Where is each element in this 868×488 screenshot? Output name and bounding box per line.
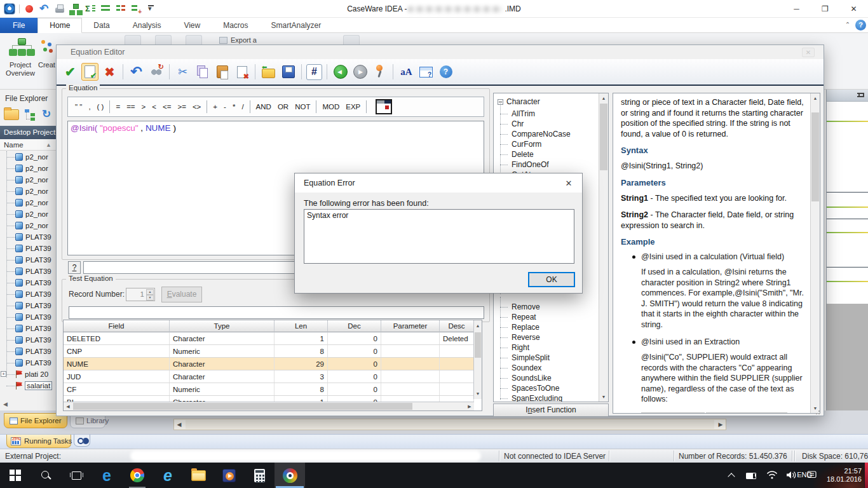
scroll-left-icon[interactable]: ◀ bbox=[64, 402, 72, 410]
tree-item[interactable]: PLAT39 bbox=[0, 231, 60, 243]
operator-button[interactable]: <> bbox=[189, 100, 204, 114]
export-item[interactable]: Export a bbox=[219, 36, 257, 44]
scroll-up-icon[interactable]: ▲ bbox=[599, 93, 608, 103]
scroll-right-icon[interactable]: ▶ bbox=[715, 421, 726, 428]
cancel-icon[interactable] bbox=[101, 63, 118, 81]
forward-icon[interactable] bbox=[351, 63, 369, 81]
minimize-button[interactable]: ─ bbox=[782, 0, 811, 18]
taskbar-idea-button[interactable] bbox=[275, 463, 305, 488]
vertical-scrollbar[interactable]: ▲ ▼ bbox=[599, 93, 608, 402]
battery-icon[interactable] bbox=[746, 471, 757, 480]
tree-item[interactable]: p2_nor bbox=[0, 197, 60, 208]
tree-item[interactable]: PLAT39 bbox=[0, 300, 60, 311]
help-icon[interactable] bbox=[437, 63, 454, 81]
tree-item[interactable]: PLAT39 bbox=[0, 346, 60, 357]
tree-view-icon[interactable] bbox=[24, 109, 37, 120]
tab-data[interactable]: Data bbox=[82, 18, 121, 33]
tab-macros[interactable]: Macros bbox=[212, 18, 259, 33]
create-icon[interactable] bbox=[39, 38, 56, 57]
operator-button[interactable]: <= bbox=[159, 100, 174, 114]
ok-button[interactable]: OK bbox=[528, 272, 575, 287]
tree-item[interactable]: PLAT39 bbox=[0, 277, 60, 288]
scrollbar-thumb[interactable] bbox=[811, 112, 819, 201]
tree-item-spanexcluding[interactable]: SpanExcluding bbox=[494, 393, 595, 402]
tree-item[interactable]: p2_nor bbox=[0, 220, 60, 231]
chevron-up-icon[interactable] bbox=[726, 471, 737, 480]
scrollbar-thumb[interactable] bbox=[73, 403, 412, 410]
clock[interactable]: 21:57 18.01.2016 bbox=[817, 467, 862, 484]
scroll-up-icon[interactable]: ▲ bbox=[474, 320, 482, 332]
horizontal-scrollbar[interactable]: ◀ ▶ bbox=[173, 419, 726, 430]
tree-item[interactable]: p2_nor bbox=[0, 174, 60, 186]
tree-item[interactable]: PLAT39 bbox=[0, 243, 60, 254]
tree-item-alltrim[interactable]: AllTrim bbox=[494, 109, 595, 119]
vertical-scrollbar[interactable]: ▲ ▼ bbox=[810, 93, 820, 413]
operator-button[interactable]: MOD bbox=[319, 100, 342, 114]
tree-item[interactable]: PLAT39 bbox=[0, 357, 60, 369]
replace-icon[interactable] bbox=[147, 63, 165, 81]
language-indicator[interactable]: ENG bbox=[797, 471, 812, 478]
tab-smartanalyzer[interactable]: SmartAnalyzer bbox=[260, 18, 333, 33]
operator-button[interactable]: / bbox=[238, 100, 247, 114]
wifi-icon[interactable] bbox=[766, 471, 778, 480]
scroll-right-icon[interactable]: ▶ bbox=[465, 402, 474, 410]
operator-button[interactable]: ( ) bbox=[94, 100, 107, 114]
operator-button[interactable]: , bbox=[85, 100, 93, 114]
taskbar-start-button[interactable] bbox=[0, 463, 31, 488]
tree-item-reverse[interactable]: Reverse bbox=[494, 332, 595, 342]
scroll-left-icon[interactable]: ◀ bbox=[174, 421, 184, 428]
vertical-scrollbar[interactable]: ▲ ▼ bbox=[473, 320, 482, 399]
tree-item[interactable]: salariat bbox=[0, 380, 60, 391]
operator-button[interactable]: + bbox=[210, 100, 220, 114]
error-details-box[interactable]: Syntax error bbox=[304, 209, 574, 264]
tree-item-remove[interactable]: Remove bbox=[494, 302, 595, 312]
tree-item[interactable]: PLAT39 bbox=[0, 266, 60, 277]
taskbar-chrome-button[interactable] bbox=[122, 463, 153, 488]
tab-file[interactable]: File bbox=[0, 18, 37, 33]
delete-doc-icon[interactable] bbox=[233, 63, 250, 81]
help-icon[interactable]: ? bbox=[855, 20, 866, 30]
tree-item-soundslike[interactable]: SoundsLike bbox=[494, 373, 595, 383]
ribbon-collapse-icon[interactable]: ⌃ bbox=[843, 21, 853, 30]
close-icon[interactable]: ✕ bbox=[560, 177, 577, 191]
close-button[interactable]: ✕ bbox=[839, 0, 868, 18]
tree-item[interactable]: p2_nor bbox=[0, 151, 60, 163]
project-overview-icon[interactable] bbox=[9, 37, 34, 60]
operator-button[interactable]: NOT bbox=[292, 100, 313, 114]
tree-item-chr[interactable]: Chr bbox=[494, 119, 595, 129]
tree-item-replace[interactable]: Replace bbox=[494, 322, 595, 332]
horizontal-scrollbar[interactable]: ◀ ▶ bbox=[64, 402, 474, 410]
tree-item-findoneof[interactable]: FindOneOf bbox=[494, 159, 595, 170]
hash-icon[interactable] bbox=[306, 64, 322, 80]
operator-button[interactable]: = bbox=[112, 100, 123, 114]
operator-button[interactable]: * bbox=[229, 100, 238, 114]
column-header-dec[interactable]: Dec bbox=[328, 320, 381, 332]
tab-analysis[interactable]: Analysis bbox=[121, 18, 173, 33]
tree-item-soundex[interactable]: Soundex bbox=[494, 363, 595, 373]
record-number-stepper[interactable]: 1 ▲▼ bbox=[126, 288, 155, 301]
open-icon[interactable] bbox=[260, 63, 277, 81]
tree-item-spacestoone[interactable]: SpacesToOne bbox=[494, 383, 595, 393]
operator-button[interactable]: - bbox=[220, 100, 229, 114]
operator-button[interactable]: OR bbox=[275, 100, 292, 114]
table-row[interactable]: JUDCharacter30 bbox=[64, 370, 474, 383]
operator-button[interactable]: > bbox=[139, 100, 149, 114]
tree-item-character[interactable]: Character bbox=[498, 97, 540, 106]
refresh-icon[interactable]: ↻ bbox=[42, 108, 55, 121]
scroll-down-icon[interactable]: ▼ bbox=[474, 389, 482, 399]
table-row[interactable]: NUMECharacter290 bbox=[64, 358, 474, 370]
validate-doc-icon[interactable] bbox=[81, 63, 98, 81]
save-icon[interactable] bbox=[280, 63, 297, 81]
undo-icon[interactable] bbox=[128, 63, 145, 81]
scrollbar-thumb[interactable] bbox=[600, 104, 607, 170]
tree-item-repeat[interactable]: Repeat bbox=[494, 312, 595, 322]
name-column-header[interactable]: Name ▲ bbox=[0, 139, 60, 151]
resize-grip[interactable] bbox=[815, 409, 822, 415]
tree-item-right[interactable]: Right bbox=[494, 342, 595, 353]
taskbar-media-player-button[interactable] bbox=[214, 463, 244, 488]
tab-search-tasks[interactable] bbox=[74, 435, 90, 447]
operator-button[interactable]: EXP bbox=[342, 100, 363, 114]
pin-icon[interactable] bbox=[857, 92, 863, 99]
taskbar-calculator-button[interactable] bbox=[244, 463, 275, 488]
tree-item[interactable]: PLAT39 bbox=[0, 311, 60, 323]
